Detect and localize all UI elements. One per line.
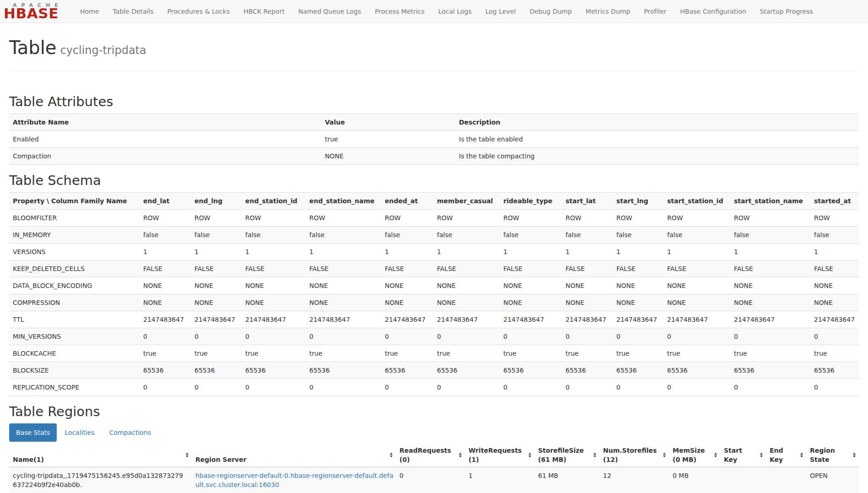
- sort-asc-arrow: [800, 453, 803, 455]
- attributes-header-row: Attribute NameValueDescription: [9, 114, 859, 130]
- navbar-item[interactable]: Procedures & Locks: [161, 8, 237, 15]
- sort-icon[interactable]: [714, 453, 717, 457]
- schema-value-cell: true: [306, 345, 381, 362]
- column-family-header: end_lat: [140, 192, 191, 209]
- sort-asc-arrow: [390, 453, 393, 455]
- sort-icon[interactable]: [760, 453, 763, 457]
- schema-value-cell: NONE: [810, 277, 859, 294]
- navbar-item[interactable]: Local Logs: [431, 8, 479, 15]
- navbar-item[interactable]: HBCK Report: [237, 8, 291, 15]
- tab-label[interactable]: Base Stats: [9, 423, 57, 442]
- schema-value-cell: FALSE: [433, 260, 500, 277]
- sort-desc-arrow: [663, 455, 666, 457]
- schema-value-cell: NONE: [242, 277, 306, 294]
- schema-value-cell: false: [381, 226, 433, 243]
- navbar-item[interactable]: Startup Progress: [753, 8, 820, 15]
- sort-icon[interactable]: [593, 453, 596, 457]
- schema-value-cell: 1: [381, 243, 433, 260]
- schema-value-cell: FALSE: [191, 260, 242, 277]
- schema-value-cell: 1: [191, 243, 242, 260]
- sort-desc-arrow: [390, 455, 393, 457]
- sortable-column-header[interactable]: WriteRequests (1): [465, 444, 534, 467]
- navbar-item[interactable]: Profiler: [637, 8, 673, 15]
- page-title-text: Table: [9, 37, 56, 58]
- sort-icon[interactable]: [800, 453, 803, 457]
- column-family-header: started_at: [810, 192, 859, 209]
- schema-property-cell: KEEP_DELETED_CELLS: [9, 260, 140, 277]
- navbar-item[interactable]: Process Metrics: [368, 8, 431, 15]
- sort-desc-arrow: [593, 455, 596, 457]
- navbar-item[interactable]: Table Details: [106, 8, 160, 15]
- sort-icon[interactable]: [528, 453, 531, 457]
- sort-icon[interactable]: [186, 453, 189, 457]
- region-server-cell: hbase-regionserver-default-0.hbase-regio…: [192, 467, 396, 493]
- schema-value-cell: false: [242, 226, 306, 243]
- tab-label[interactable]: Localities: [58, 423, 101, 442]
- sortable-column-header[interactable]: ReadRequests (0): [396, 444, 465, 467]
- sortable-column-header[interactable]: MemSize (0 MB): [669, 444, 720, 467]
- column-header-label: Region State: [810, 446, 835, 464]
- navbar-item[interactable]: Named Queue Logs: [291, 8, 368, 15]
- navbar-item[interactable]: Home: [73, 8, 106, 15]
- sort-asc-arrow: [186, 453, 189, 455]
- schema-value-cell: 0: [140, 328, 191, 345]
- schema-value-cell: 65536: [663, 362, 730, 379]
- region-state-cell: OPEN: [806, 467, 859, 493]
- schema-value-cell: false: [613, 226, 663, 243]
- schema-value-cell: NONE: [306, 294, 381, 311]
- schema-value-cell: 1: [613, 243, 663, 260]
- table-attributes: Attribute NameValueDescriptionEnabledtru…: [9, 114, 859, 165]
- schema-value-cell: 2147483647: [562, 311, 613, 328]
- navbar-menu: HomeTable DetailsProcedures & LocksHBCK …: [73, 8, 820, 15]
- sortable-column-header[interactable]: Start Key: [720, 444, 766, 467]
- regions-tabs: Base StatsLocalitiesCompactions: [9, 423, 859, 442]
- sort-icon[interactable]: [853, 453, 856, 457]
- schema-property-cell: TTL: [9, 311, 140, 328]
- schema-value-cell: 2147483647: [191, 311, 242, 328]
- schema-value-cell: NONE: [381, 294, 433, 311]
- region-server-link[interactable]: hbase-regionserver-default-0.hbase-regio…: [195, 472, 393, 488]
- schema-value-cell: 65536: [613, 362, 663, 379]
- sort-icon[interactable]: [459, 453, 462, 457]
- schema-value-cell: 65536: [191, 362, 242, 379]
- schema-row: BLOCKCACHEtruetruetruetruetruetruetruetr…: [9, 345, 859, 362]
- schema-value-cell: FALSE: [730, 260, 810, 277]
- sortable-column-header[interactable]: Region Server: [192, 444, 396, 467]
- column-family-header: start_lng: [613, 192, 663, 209]
- schema-value-cell: 65536: [562, 362, 613, 379]
- read-requests-cell: 0: [396, 467, 465, 493]
- schema-value-cell: FALSE: [306, 260, 381, 277]
- navbar-item[interactable]: Log Level: [479, 8, 523, 15]
- column-header-label: End Key: [770, 446, 783, 464]
- navbar-item[interactable]: Metrics Dump: [579, 8, 637, 15]
- schema-value-cell: true: [381, 345, 433, 362]
- schema-value-cell: NONE: [306, 277, 381, 294]
- column-header: Description: [455, 114, 859, 130]
- schema-value-cell: NONE: [613, 294, 663, 311]
- sortable-column-header[interactable]: End Key: [766, 444, 806, 467]
- schema-value-cell: true: [810, 345, 859, 362]
- sortable-column-header[interactable]: StorefileSize (61 MB): [534, 444, 599, 467]
- sort-icon[interactable]: [390, 453, 393, 457]
- tab-label[interactable]: Compactions: [102, 423, 158, 442]
- schema-value-cell: 1: [242, 243, 306, 260]
- hbase-logo[interactable]: APACHE HBASE: [4, 3, 66, 19]
- sortable-column-header[interactable]: Region State: [806, 444, 859, 467]
- schema-value-cell: false: [191, 226, 242, 243]
- schema-value-cell: ROW: [562, 209, 613, 226]
- end-key-cell: [766, 467, 806, 493]
- sortable-column-header[interactable]: Num.Storefiles (12): [599, 444, 669, 467]
- navbar-item[interactable]: Debug Dump: [523, 8, 579, 15]
- sort-desc-arrow: [186, 455, 189, 457]
- schema-value-cell: false: [140, 226, 191, 243]
- sortable-column-header[interactable]: Name(1): [9, 444, 192, 467]
- column-header: Value: [321, 114, 455, 130]
- sort-asc-arrow: [663, 453, 666, 455]
- sort-icon[interactable]: [663, 453, 666, 457]
- sort-desc-arrow: [714, 455, 717, 457]
- schema-value-cell: NONE: [433, 277, 500, 294]
- schema-property-cell: BLOCKSIZE: [9, 362, 140, 379]
- schema-value-cell: false: [433, 226, 500, 243]
- navbar-item[interactable]: HBase Configuration: [674, 8, 753, 15]
- schema-value-cell: NONE: [433, 294, 500, 311]
